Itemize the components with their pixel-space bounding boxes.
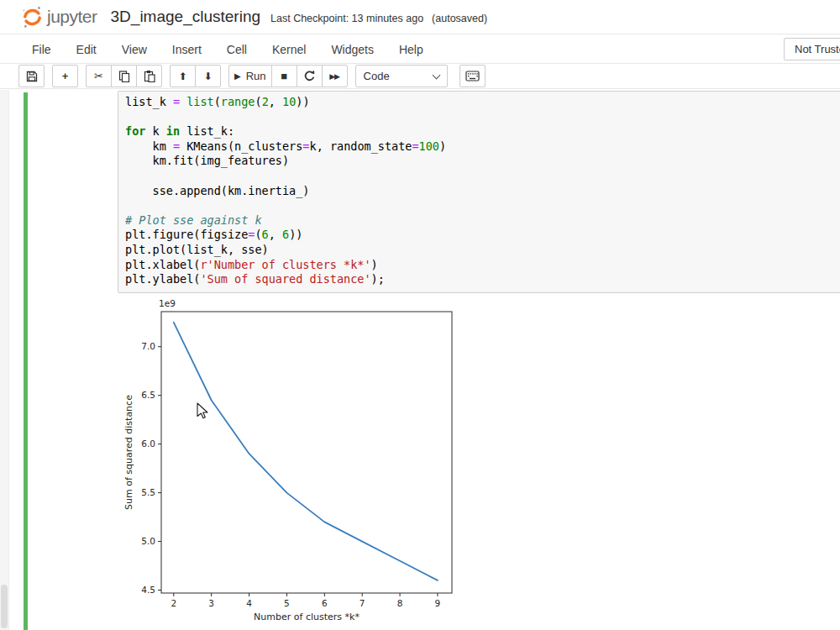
restart-kernel-button[interactable] — [297, 65, 323, 87]
x-tick-label: 3 — [208, 598, 214, 608]
menu-help[interactable]: Help — [399, 43, 423, 56]
menu-cell[interactable]: Cell — [227, 43, 247, 56]
code-line — [125, 198, 834, 213]
y-tick-label: 5.5 — [141, 487, 155, 497]
code-line: sse.append(km.inertia_) — [125, 184, 834, 199]
axis-offset-label: 1e9 — [159, 298, 176, 308]
code-cell-output: 4.55.05.56.06.57.0234567891e9Number of c… — [122, 297, 459, 630]
x-tick-label: 2 — [171, 598, 176, 608]
plot-frame — [161, 312, 452, 593]
x-tick-label: 9 — [435, 598, 441, 608]
x-tick-label: 6 — [322, 598, 328, 608]
mouse-cursor — [197, 402, 212, 422]
code-line: plt.figure(figsize=(6, 6)) — [125, 228, 834, 243]
command-palette-button[interactable] — [459, 65, 486, 87]
play-icon: ▶ — [234, 71, 241, 81]
code-line: # Plot sse against k — [125, 213, 834, 228]
code-cell-input[interactable]: list_k = list(range(2, 10)) for k in lis… — [118, 91, 840, 293]
code-line: km.fit(img_features) — [125, 154, 834, 169]
cut-cells-button[interactable]: ✂ — [86, 65, 112, 87]
menu-kernel[interactable]: Kernel — [272, 43, 306, 56]
checkpoint-status: Last Checkpoint: 13 minutes ago — [270, 13, 423, 24]
chevron-down-icon — [432, 71, 440, 79]
autosave-status: (autosaved) — [432, 13, 487, 24]
code-line: plt.xlabel(r'Number of clusters *k*') — [125, 258, 834, 273]
y-tick-label: 7.0 — [141, 341, 155, 351]
menu-file[interactable]: File — [32, 43, 51, 56]
not-trusted-button[interactable]: Not Trusted — [784, 38, 840, 60]
stop-icon: ■ — [281, 70, 287, 82]
copy-icon — [118, 71, 130, 82]
y-axis-label: Sum of squared distance — [123, 395, 134, 510]
notebook-area: list_k = list(range(2, 10)) for k in lis… — [0, 90, 840, 630]
code-line: plt.ylabel('Sum of squared distance'); — [125, 272, 834, 287]
menu-insert[interactable]: Insert — [172, 43, 202, 56]
save-button[interactable] — [18, 65, 45, 87]
cell-type-select[interactable]: Code — [355, 65, 448, 87]
code-line — [125, 110, 834, 125]
y-tick-label: 4.5 — [141, 585, 155, 595]
copy-cells-button[interactable] — [111, 65, 137, 87]
scissors-icon: ✂ — [94, 70, 103, 82]
x-tick-label: 7 — [360, 598, 365, 608]
menu-bar: File Edit View Insert Cell Kernel Widget… — [0, 35, 840, 64]
restart-run-all-button[interactable]: ▶▶ — [322, 65, 348, 87]
stop-button[interactable]: ■ — [271, 65, 297, 87]
refresh-icon — [303, 70, 316, 82]
notebook-header: jupyter 3D_image_clustering Last Checkpo… — [0, 0, 840, 34]
code-line: for k in list_k: — [125, 124, 834, 139]
menu-edit[interactable]: Edit — [76, 43, 97, 56]
save-icon — [26, 71, 38, 82]
paste-cells-button[interactable] — [136, 65, 162, 87]
arrow-down-icon: ⬇ — [203, 71, 212, 82]
move-down-button[interactable]: ⬇ — [195, 65, 221, 87]
selected-cell-indicator — [24, 92, 28, 630]
plus-icon: + — [62, 70, 69, 82]
code-editor[interactable]: list_k = list(range(2, 10)) for k in lis… — [125, 95, 834, 287]
scrollbar-track[interactable] — [0, 90, 9, 630]
notebook-title[interactable]: 3D_image_clustering — [111, 8, 261, 26]
run-label: Run — [246, 70, 266, 82]
menu-view[interactable]: View — [122, 43, 147, 56]
jupyter-logo-text[interactable]: jupyter — [47, 7, 97, 27]
menu-widgets[interactable]: Widgets — [331, 43, 374, 56]
move-up-button[interactable]: ⬆ — [170, 65, 196, 87]
scrollbar-thumb[interactable] — [1, 585, 8, 628]
fast-forward-icon: ▶▶ — [329, 72, 339, 81]
arrow-up-icon: ⬆ — [178, 71, 186, 82]
x-tick-label: 8 — [397, 598, 403, 608]
keyboard-icon — [465, 71, 480, 81]
add-cell-button[interactable]: + — [52, 65, 78, 87]
sse-line-series — [174, 323, 438, 580]
y-tick-label: 5.0 — [141, 536, 155, 546]
run-button[interactable]: ▶ Run — [228, 65, 272, 87]
code-line: plt.plot(list_k, sse) — [125, 243, 834, 258]
code-line: km = KMeans(n_clusters=k, random_state=1… — [125, 139, 834, 155]
x-axis-label: Number of clusters *k* — [254, 612, 360, 622]
cell-type-value: Code — [364, 70, 390, 82]
y-tick-label: 6.5 — [141, 390, 155, 400]
y-tick-label: 6.0 — [141, 438, 155, 449]
output-plot: 4.55.05.56.06.57.0234567891e9Number of c… — [122, 297, 459, 630]
x-tick-label: 4 — [246, 598, 252, 608]
code-line: list_k = list(range(2, 10)) — [125, 95, 834, 110]
code-line — [125, 169, 834, 184]
toolbar: + ✂ ⬆ ⬇ ▶ Run — [0, 65, 840, 89]
paste-icon — [144, 70, 155, 82]
x-tick-label: 5 — [284, 598, 290, 608]
jupyter-logo-icon — [21, 6, 44, 29]
